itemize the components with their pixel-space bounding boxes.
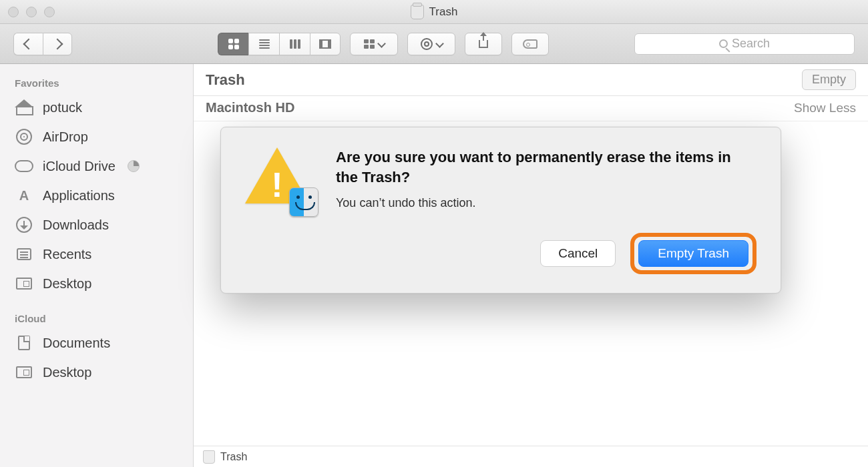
sidebar-item-applications[interactable]: Applications bbox=[0, 181, 193, 210]
view-mode-segmented bbox=[218, 33, 341, 55]
sidebar-item-desktop-icloud[interactable]: Desktop bbox=[0, 358, 193, 387]
arrange-button[interactable] bbox=[350, 33, 398, 55]
cancel-button[interactable]: Cancel bbox=[540, 240, 616, 267]
sidebar-item-desktop[interactable]: Desktop bbox=[0, 269, 193, 298]
dialog-title: Are you sure you want to permanently era… bbox=[336, 147, 756, 187]
path-segment: Trash bbox=[220, 451, 247, 463]
trash-icon bbox=[411, 5, 424, 19]
titlebar: Trash bbox=[0, 0, 868, 24]
page-title: Trash bbox=[206, 71, 245, 89]
applications-icon bbox=[17, 188, 31, 203]
chevron-down-icon bbox=[377, 39, 386, 48]
recents-icon bbox=[17, 248, 31, 260]
gear-icon bbox=[421, 38, 433, 50]
arrange-icon bbox=[364, 39, 375, 49]
sidebar-item-airdrop[interactable]: AirDrop bbox=[0, 122, 193, 151]
sync-progress-badge bbox=[128, 160, 140, 172]
tag-icon bbox=[523, 39, 537, 49]
toolbar: Search bbox=[0, 24, 868, 64]
zoom-window-button[interactable] bbox=[44, 7, 55, 17]
window-title: Trash bbox=[429, 5, 458, 19]
trash-icon bbox=[203, 450, 215, 464]
grid-icon bbox=[228, 39, 239, 49]
dialog-message: You can’t undo this action. bbox=[336, 196, 756, 210]
sidebar-section-header: Favorites bbox=[0, 72, 193, 93]
share-icon bbox=[479, 40, 488, 48]
columns-icon bbox=[290, 39, 300, 49]
document-icon bbox=[18, 336, 30, 350]
nav-group bbox=[13, 33, 72, 55]
list-icon bbox=[259, 39, 270, 49]
close-window-button[interactable] bbox=[8, 7, 19, 17]
view-icon-button[interactable] bbox=[218, 33, 248, 55]
sidebar-item-label: Desktop bbox=[43, 276, 91, 292]
show-less-toggle[interactable]: Show Less bbox=[794, 101, 856, 115]
action-menu-button[interactable] bbox=[407, 33, 455, 55]
view-list-button[interactable] bbox=[248, 33, 279, 55]
annotation-highlight: Empty Trash bbox=[630, 233, 756, 274]
empty-trash-button[interactable]: Empty Trash bbox=[638, 240, 748, 267]
sidebar-item-label: iCloud Drive bbox=[43, 159, 116, 174]
sidebar-item-label: potuck bbox=[43, 100, 82, 115]
home-icon bbox=[16, 101, 32, 114]
minimize-window-button[interactable] bbox=[26, 7, 37, 17]
path-bar[interactable]: Trash bbox=[194, 446, 868, 467]
sidebar-item-recents[interactable]: Recents bbox=[0, 240, 193, 269]
desktop-icon bbox=[16, 278, 32, 290]
desktop-icon bbox=[16, 366, 32, 378]
sidebar-item-home[interactable]: potuck bbox=[0, 93, 193, 122]
share-button[interactable] bbox=[465, 33, 502, 55]
downloads-icon bbox=[16, 217, 32, 233]
search-input[interactable]: Search bbox=[634, 33, 855, 55]
sidebar-item-icloud-drive[interactable]: iCloud Drive bbox=[0, 151, 193, 181]
view-column-button[interactable] bbox=[279, 33, 310, 55]
location-header: Macintosh HD bbox=[206, 100, 294, 115]
sidebar-item-label: Desktop bbox=[43, 365, 91, 380]
cloud-icon bbox=[15, 160, 33, 172]
warning-icon: ! bbox=[244, 147, 317, 214]
sidebar-item-label: AirDrop bbox=[43, 129, 88, 145]
back-button[interactable] bbox=[13, 33, 43, 55]
airdrop-icon bbox=[16, 129, 32, 145]
sidebar-section-header: iCloud bbox=[0, 308, 193, 328]
sidebar-item-label: Downloads bbox=[43, 217, 109, 233]
view-gallery-button[interactable] bbox=[310, 33, 341, 55]
search-placeholder: Search bbox=[732, 37, 770, 51]
finder-badge-icon bbox=[289, 187, 318, 217]
sidebar: Favorites potuck AirDrop iCloud Drive Ap… bbox=[0, 64, 194, 467]
confirm-empty-trash-dialog: ! Are you sure you want to permanently e… bbox=[220, 127, 781, 294]
search-icon bbox=[719, 39, 728, 48]
chevron-down-icon bbox=[435, 39, 444, 48]
chevron-left-icon bbox=[23, 38, 34, 49]
sidebar-item-documents[interactable]: Documents bbox=[0, 328, 193, 358]
sidebar-item-label: Documents bbox=[43, 336, 110, 351]
chevron-right-icon bbox=[52, 38, 63, 49]
window-controls bbox=[8, 7, 55, 17]
gallery-icon bbox=[319, 39, 331, 49]
sidebar-item-label: Applications bbox=[43, 188, 115, 203]
empty-trash-toolbar-button[interactable]: Empty bbox=[802, 69, 856, 90]
sidebar-item-label: Recents bbox=[43, 247, 91, 262]
sidebar-item-downloads[interactable]: Downloads bbox=[0, 210, 193, 240]
forward-button[interactable] bbox=[43, 33, 72, 55]
tags-button[interactable] bbox=[511, 33, 549, 55]
